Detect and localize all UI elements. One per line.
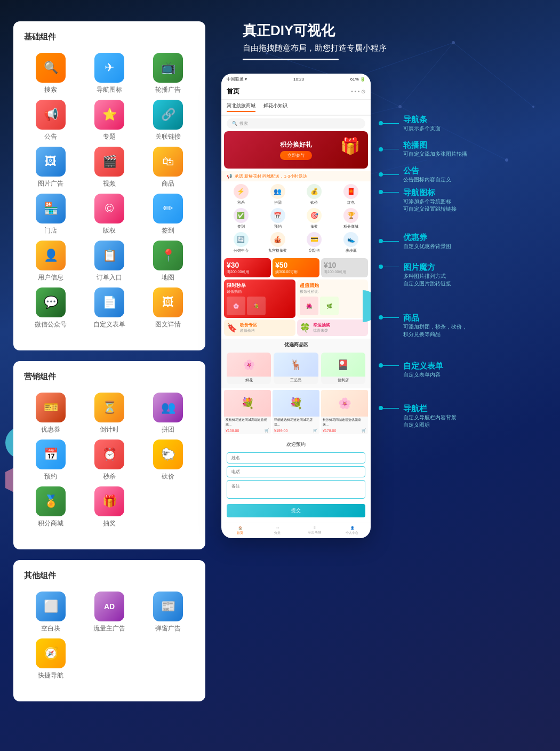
bottom-home-text: 首页 xyxy=(237,531,243,536)
nav-icon-redpacket[interactable]: 🧧 红包 xyxy=(334,184,368,205)
icon-blank[interactable]: ⬜ 空白块 xyxy=(24,592,77,633)
product-item-2[interactable]: 🌸 长沙鲜花同城速送选优花束来... ¥178.00 🛒 xyxy=(321,390,368,434)
coupon-50[interactable]: ¥50 满300.00可用 xyxy=(273,258,319,277)
cart-0-icon[interactable]: 🛒 xyxy=(265,428,269,433)
icon-countdown-label: 倒计时 xyxy=(100,425,119,434)
cat-section-title: 优选商品区 xyxy=(224,341,368,348)
cart-1-icon[interactable]: 🛒 xyxy=(313,428,318,433)
coupon-30-cond: 满200.00可用 xyxy=(227,269,268,275)
phone-search-bar[interactable]: 🔍 搜索 xyxy=(227,118,365,129)
form-submit-btn[interactable]: 提交 xyxy=(227,504,365,517)
cart-2-icon[interactable]: 🛒 xyxy=(362,428,366,433)
coupon-10[interactable]: ¥10 满100.00可用 xyxy=(321,258,368,277)
ann-cube-dot xyxy=(379,265,383,269)
icon-carousel[interactable]: 📺 轮播广告 xyxy=(141,53,195,94)
ann-navicon-text: 导航图标 可添加多个导航图标 可自定义设置跳转链接 xyxy=(403,188,457,213)
nav-icon-checkin2[interactable]: ✅ 签到 xyxy=(224,208,258,229)
bottom-nav-home[interactable]: 🏠 首页 xyxy=(221,526,259,536)
marketing-components-card: 营销组件 🎫 优惠券 ⏳ 倒计时 👥 拼团 📅 xyxy=(13,361,205,549)
icon-popup-label: 弹窗广告 xyxy=(155,624,181,633)
icon-user[interactable]: 👤 用户信息 xyxy=(24,241,77,282)
ann-bnav-title: 导航栏 xyxy=(403,404,457,414)
form-name-input[interactable] xyxy=(227,452,365,464)
search-placeholder: 搜索 xyxy=(239,121,248,126)
icon-custom-form[interactable]: 📄 自定义表单 xyxy=(83,287,136,329)
icon-order[interactable]: 📋 订单入口 xyxy=(83,241,136,282)
phone-section: 中国联通 ▾ 10:23 61% 🔋 首页 • • • ⊙ 河北航旅商城 鲜花小… xyxy=(221,74,547,538)
icon-flash-sale[interactable]: ⏰ 秒杀 xyxy=(83,440,136,481)
icon-group-buy[interactable]: 👥 拼团 xyxy=(141,393,195,434)
icon-lottery[interactable]: 🎁 抽奖 xyxy=(83,486,136,528)
banner-btn[interactable]: 立即参与 xyxy=(280,151,312,160)
cat-flowers-label: 鲜花 xyxy=(227,377,271,384)
icon-popup-ad[interactable]: 📰 弹窗广告 xyxy=(141,592,195,633)
nav-icon-flash[interactable]: ⚡ 秒杀 xyxy=(224,184,258,205)
icon-image-ad[interactable]: 🖼 图片广告 xyxy=(24,147,77,188)
icon-copyright[interactable]: © 版权 xyxy=(83,194,136,235)
promo-bargain-title: 砍价专区 xyxy=(240,322,257,328)
nav-icon-bargain-bg: 💰 xyxy=(307,184,322,199)
icon-store[interactable]: 🏪 门店 xyxy=(24,194,77,235)
coupon-30[interactable]: ¥30 满200.00可用 xyxy=(224,258,271,277)
icon-nav[interactable]: ✈ 导航图标 xyxy=(83,53,136,94)
icon-announcement[interactable]: 📢 公告 xyxy=(24,100,77,141)
ann-cube-line xyxy=(383,267,399,267)
nav-icon-points[interactable]: 🏆 积分商城 xyxy=(334,208,368,229)
form-phone-input[interactable] xyxy=(227,466,365,477)
nav-tab-0[interactable]: 河北航旅商城 xyxy=(227,102,255,112)
bottom-nav-category[interactable]: ⚏ 分类 xyxy=(259,526,296,536)
form-note-input[interactable] xyxy=(227,480,365,499)
nav-icon-group[interactable]: 👥 拼团 xyxy=(261,184,295,205)
icon-ad-main[interactable]: AD 流量主广告 xyxy=(83,592,136,633)
icon-product[interactable]: 🛍 商品 xyxy=(141,147,195,188)
ann-product-dot xyxy=(379,315,383,319)
product-name-2: 长沙鲜花同城速送选优花束来... xyxy=(321,417,368,428)
icon-topic[interactable]: ⭐ 专题 xyxy=(83,100,136,141)
bottom-nav-mall[interactable]: ≡ 积分商城 xyxy=(296,526,333,536)
icon-countdown[interactable]: ⏳ 倒计时 xyxy=(83,393,136,434)
nav-icon-scratch[interactable]: 💳 刮刮卡 xyxy=(298,232,332,253)
promo-lottery[interactable]: 🍀 幸运抽奖 惊喜来袭 xyxy=(297,319,369,336)
ann-navbar-line xyxy=(383,123,399,124)
product-item-0[interactable]: 💐 双枝鲜花速送同城高端道路绣球... ¥158.00 🛒 xyxy=(224,390,271,434)
nav-tab-1[interactable]: 鲜花小知识 xyxy=(263,102,287,112)
cat-flowers[interactable]: 🌸 鲜花 xyxy=(227,353,271,384)
nav-icon-ninegrid[interactable]: 🎪 九宫格抽奖 xyxy=(261,232,295,253)
icon-order-label: 订单入口 xyxy=(97,273,122,282)
phone-menu-dots[interactable]: • • • ⊙ xyxy=(351,89,365,94)
cat-store[interactable]: 🎴 便利店 xyxy=(321,353,365,384)
nav-icon-stepwin[interactable]: 👟 步步赢 xyxy=(334,232,368,253)
promo-bargain-text: 砍价专区 超低价格 xyxy=(240,322,257,333)
nav-icon-dist[interactable]: 🔄 分销中心 xyxy=(224,232,258,253)
product-item-1[interactable]: 💐 详细速选鲜花速送同城花店送... ¥199.00 🛒 xyxy=(273,390,319,434)
nav-icon-reserve[interactable]: 📅 预约 xyxy=(261,208,295,229)
icon-quick-nav[interactable]: 🧭 快捷导航 xyxy=(24,638,77,680)
icon-detail[interactable]: 🖼 图文详情 xyxy=(141,287,195,329)
icon-form-box: 📄 xyxy=(94,287,124,317)
icon-wechat[interactable]: 💬 微信公众号 xyxy=(24,287,77,329)
nav-icon-lucky[interactable]: 🎯 抽奖 xyxy=(298,208,332,229)
product-price-1: ¥199.00 🛒 xyxy=(273,428,319,434)
cat-crafts[interactable]: 🦌 工艺品 xyxy=(274,353,318,384)
promo-bargain[interactable]: 🔖 砍价专区 超低价格 xyxy=(224,319,295,336)
icon-coupon[interactable]: 🎫 优惠券 xyxy=(24,393,77,434)
bottom-nav-profile[interactable]: 👤 个人中心 xyxy=(333,526,371,536)
promo-items: 🔖 砍价专区 超低价格 🍀 幸运抽奖 惊喜来袭 xyxy=(221,319,371,339)
flash-sale-area: 限时秒杀 超低购购 🌸 💐 超值团购 极致性价比 🌺 xyxy=(221,279,371,319)
icon-user-label: 用户信息 xyxy=(38,273,63,282)
icon-copy-box: © xyxy=(94,194,124,223)
icon-link[interactable]: 🔗 关联链接 xyxy=(141,100,195,141)
icon-checkin[interactable]: ✏ 签到 xyxy=(141,194,195,235)
icon-search[interactable]: 🔍 搜索 xyxy=(24,53,77,94)
phone-nav-tabs[interactable]: 河北航旅商城 鲜花小知识 xyxy=(221,100,371,116)
icon-points-mall[interactable]: 🏅 积分商城 xyxy=(24,486,77,528)
banner-gift-icon: 🎁 xyxy=(340,137,360,155)
ann-coupon-dot xyxy=(379,239,383,243)
icon-map[interactable]: 📍 地图 xyxy=(141,241,195,282)
icon-booking[interactable]: 📅 预约 xyxy=(24,440,77,481)
nav-icon-pts-bg: 🏆 xyxy=(343,208,358,223)
icon-bargain[interactable]: 🐑 砍价 xyxy=(141,440,195,481)
carrier-text: 中国联通 ▾ xyxy=(227,76,247,82)
icon-video[interactable]: 🎬 视频 xyxy=(83,147,136,188)
nav-icon-bargain[interactable]: 💰 砍价 xyxy=(298,184,332,205)
